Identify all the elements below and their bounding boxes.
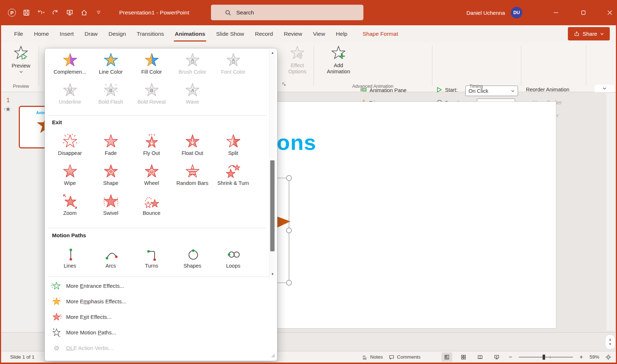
home-icon[interactable] <box>80 9 88 17</box>
start-slideshow-icon[interactable] <box>66 9 74 17</box>
tab-animations[interactable]: Animations <box>169 25 211 43</box>
tab-insert[interactable]: Insert <box>54 25 79 43</box>
gallery-item-turns[interactable]: Turns <box>131 247 172 269</box>
more-entrance-effects-item[interactable]: More Entrance Effects... <box>45 278 277 294</box>
gallery-item-shapes[interactable]: Shapes <box>172 247 213 269</box>
save-icon[interactable] <box>22 9 30 17</box>
normal-view-button[interactable] <box>441 352 452 362</box>
svg-text:B: B <box>150 88 153 93</box>
more-motion-paths-item[interactable]: More Motion Paths... <box>45 325 277 340</box>
more-exit-effects-item[interactable]: More Exit Effects... <box>45 309 277 325</box>
tab-file[interactable]: File <box>9 25 29 43</box>
gallery-scrollbar-thumb[interactable] <box>270 160 275 251</box>
zoom-level[interactable]: 59% <box>590 354 599 360</box>
slide-indicator: Slide 1 of 1 <box>10 354 35 360</box>
add-animation-button[interactable]: Add Animation <box>324 46 353 75</box>
gallery-scroll-up-icon[interactable]: ▲ <box>269 51 276 55</box>
slide-thumbnail-panel: 1 Animation <box>0 92 44 332</box>
start-label-row: Start: <box>436 87 458 93</box>
gallery-item-fill-color[interactable]: Fill Color <box>131 53 172 75</box>
maximize-button[interactable] <box>575 0 592 25</box>
tab-transitions[interactable]: Transitions <box>131 25 169 43</box>
comments-button[interactable]: Comments <box>389 354 420 360</box>
gallery-item-lines[interactable]: Lines <box>49 247 90 269</box>
gallery-item-loops[interactable]: Loops <box>213 247 254 269</box>
collapse-ribbon-button[interactable] <box>595 84 614 92</box>
selection-handle-bottom[interactable] <box>286 280 292 285</box>
shape-star-icon <box>104 164 118 179</box>
reorder-animation-title: Reorder Animation <box>526 87 569 92</box>
fit-slide-to-window-icon[interactable] <box>605 354 611 360</box>
selection-handle-top[interactable] <box>286 176 292 181</box>
tab-slide-show[interactable]: Slide Show <box>211 25 250 43</box>
ole-action-verbs-item: OLE Action Verbs... <box>45 340 277 356</box>
preview-button[interactable]: Preview <box>7 46 35 73</box>
slide-scroll-buttons[interactable]: ▲ ▼ <box>605 334 615 350</box>
gallery-item-split[interactable]: Split <box>213 134 254 156</box>
gallery-item-wheel[interactable]: Wheel <box>131 164 172 186</box>
avatar[interactable]: DU <box>511 7 522 18</box>
slide-title-text[interactable]: ons <box>277 130 316 155</box>
zoom-slider-thumb[interactable] <box>543 355 545 360</box>
gallery-item-complementary-color[interactable]: Complemen... <box>49 53 90 75</box>
customize-quick-access-icon[interactable] <box>95 9 103 17</box>
tab-view[interactable]: View <box>308 25 331 43</box>
slideshow-view-button[interactable] <box>491 352 502 362</box>
tab-help[interactable]: Help <box>331 25 353 43</box>
share-button[interactable]: Share <box>568 27 610 40</box>
gallery-item-bounce[interactable]: Bounce <box>131 194 172 216</box>
selection-handle-middle[interactable] <box>286 228 292 233</box>
account-area[interactable]: Daniel Uchenna DU <box>466 0 522 25</box>
zoom-out-button[interactable]: − <box>508 354 513 360</box>
redo-icon[interactable] <box>51 9 59 17</box>
animation-dialog-launcher-icon[interactable] <box>282 82 286 88</box>
tab-home[interactable]: Home <box>29 25 54 43</box>
notes-button[interactable]: Notes <box>362 354 383 360</box>
gallery-item-float-out[interactable]: Float Out <box>172 134 213 156</box>
scroll-down-icon[interactable]: ▼ <box>609 343 612 346</box>
exit-gallery-row: Wipe Shape Wheel Random Bars <box>49 164 254 186</box>
minimize-button[interactable] <box>548 0 564 25</box>
undo-icon[interactable] <box>37 9 45 17</box>
slide-sorter-view-button[interactable] <box>458 352 469 362</box>
gallery-item-fly-out[interactable]: Fly Out <box>131 134 172 156</box>
gallery-item-disappear[interactable]: Disappear <box>49 134 90 156</box>
motion-paths-gallery-row: Lines Arcs Turns Shapes <box>49 247 254 269</box>
tab-record[interactable]: Record <box>250 25 279 43</box>
gallery-item-shrink-and-turn[interactable]: Shrink & Turn <box>213 164 254 186</box>
zoom-slider-track[interactable] <box>519 357 573 358</box>
menu-item-label: More Entrance Effects... <box>66 283 124 289</box>
gallery-item-swivel[interactable]: Swivel <box>90 194 131 216</box>
close-button[interactable] <box>601 0 617 25</box>
slide-vertical-scrollbar[interactable] <box>606 93 615 331</box>
tab-review[interactable]: Review <box>279 25 308 43</box>
dropdown-resize-grip[interactable] <box>271 352 275 359</box>
exit-gallery-row: Disappear Fade Fly Out Float Out <box>49 134 254 156</box>
reading-view-button[interactable] <box>475 352 486 362</box>
scroll-up-icon[interactable]: ▲ <box>609 338 612 341</box>
tab-shape-format[interactable]: Shape Format <box>357 25 404 43</box>
gallery-item-fade[interactable]: Fade <box>90 134 131 156</box>
zoom-slider[interactable] <box>519 354 573 360</box>
menu-item-label: OLE Action Verbs... <box>66 345 113 351</box>
animation-gallery-dropdown: Complemen... Line Color Fill Color A Bru… <box>44 48 277 361</box>
slide-animation-indicator-icon <box>4 107 11 114</box>
zoom-in-button[interactable]: + <box>579 354 584 360</box>
more-emphasis-effects-item[interactable]: More Emphasis Effects... <box>45 294 277 309</box>
gallery-item-wipe[interactable]: Wipe <box>49 164 90 186</box>
gallery-item-zoom[interactable]: Zoom <box>49 194 90 216</box>
powerpoint-logo-icon[interactable]: P <box>8 9 16 17</box>
gallery-scrollbar[interactable]: ▲ ▼ <box>269 49 275 277</box>
group-divider <box>314 46 314 86</box>
tab-design[interactable]: Design <box>103 25 131 43</box>
emphasis-gallery-row: U Underline B Bold Flash B Bold Reveal A <box>49 83 254 105</box>
gallery-item-random-bars[interactable]: Random Bars <box>172 164 213 186</box>
gallery-item-arcs[interactable]: Arcs <box>90 247 131 269</box>
gallery-item-line-color[interactable]: Line Color <box>90 53 131 75</box>
add-animation-star-plus-icon <box>331 46 346 61</box>
search-input[interactable]: Search <box>211 5 363 20</box>
gallery-scroll-down-icon[interactable]: ▼ <box>269 272 276 276</box>
tab-draw[interactable]: Draw <box>79 25 103 43</box>
gallery-item-shape[interactable]: Shape <box>90 164 131 186</box>
arcs-path-icon <box>104 247 118 262</box>
